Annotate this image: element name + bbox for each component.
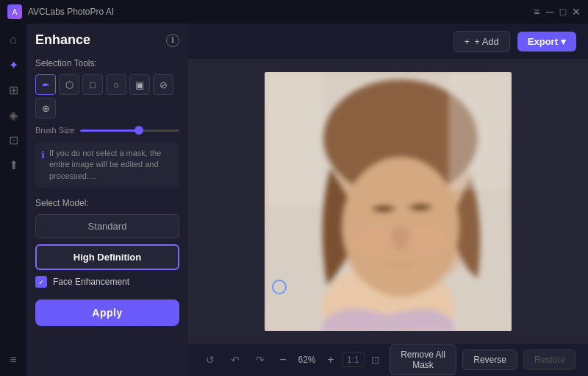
minimize-btn[interactable]: ─ [545,7,554,16]
tool-add[interactable]: ⊕ [35,98,56,118]
reverse-btn[interactable]: Reverse [462,350,517,370]
sidebar-effects-btn[interactable]: ◈ [3,104,24,125]
info-box-icon: ℹ [41,149,45,182]
sidebar-upscale-btn[interactable]: ⬆ [3,155,24,175]
tools-row: ✒ ⬡ □ ○ ▣ ⊘ ⊕ [35,74,179,118]
canvas-area: + + Add Export ▾ [188,24,588,376]
titlebar: A AVCLabs PhotoPro AI ≡ ─ □ ✕ [0,0,588,24]
add-button[interactable]: + + Add [453,31,510,52]
icon-sidebar: ⌂ ✦ ⊞ ◈ ⊡ ⬆ ≡ [0,24,26,376]
titlebar-controls[interactable]: ≡ ─ □ ✕ [532,7,581,16]
redo-btn[interactable]: ↷ [250,350,270,370]
left-panel: Enhance ℹ Selection Tools: ✒ ⬡ □ ○ ▣ ⊘ ⊕… [26,24,188,376]
svg-point-5 [392,227,409,249]
undo2-btn[interactable]: ↶ [225,350,245,370]
tool-pen[interactable]: ✒ [35,74,56,95]
portrait-bg [265,72,512,331]
brush-size-slider[interactable] [80,130,179,132]
svg-point-6 [355,227,392,256]
bottom-left: ↺ ↶ ↷ − 62% + 1:1 ⊡ [200,350,384,370]
tool-rect[interactable]: □ [82,74,103,95]
export-label: Export [528,36,558,47]
tool-circle[interactable]: ○ [106,74,126,95]
preview-image [265,72,512,331]
sidebar-home-btn[interactable]: ⌂ [3,29,24,50]
brush-size-label: Brush Size [35,126,74,135]
fit-btn[interactable]: ⊡ [368,352,384,368]
model-standard-btn[interactable]: Standard [35,214,179,238]
menu-btn[interactable]: ≡ [532,7,541,16]
panel-header: Enhance ℹ [35,32,179,48]
image-viewport[interactable] [188,59,588,344]
info-box: ℹ If you do not select a mask, the entir… [35,142,179,188]
sidebar-enhance-btn[interactable]: ✦ [3,54,24,75]
image-container [265,72,512,331]
remove-mask-btn[interactable]: Remove All Mask [390,344,457,375]
face-enhance-checkbox[interactable] [35,276,47,288]
panel-title: Enhance [35,32,90,48]
main-layout: ⌂ ✦ ⊞ ◈ ⊡ ⬆ ≡ Enhance ℹ Selection Tools:… [0,24,588,376]
zoom-in-btn[interactable]: + [323,352,339,368]
selection-tools-label: Selection Tools: [35,58,179,68]
tool-subtract[interactable]: ⊘ [153,74,173,95]
zoom-out-btn[interactable]: − [275,352,291,368]
svg-point-7 [409,225,446,255]
select-model-label: Select Model: [35,198,179,208]
tool-image[interactable]: ▣ [129,74,150,95]
export-arrow: ▾ [561,36,566,47]
maximize-btn[interactable]: □ [559,7,567,16]
apply-button[interactable]: Apply [35,299,179,326]
titlebar-left: A AVCLabs PhotoPro AI [7,4,114,19]
face-enhance-label: Face Enhancement [53,277,129,287]
zoom-ratio[interactable]: 1:1 [342,352,365,367]
restore-btn[interactable]: Restore [523,350,576,370]
undo-btn[interactable]: ↺ [200,350,220,370]
close-btn[interactable]: ✕ [572,7,581,16]
brush-size-row: Brush Size [35,126,179,135]
svg-rect-9 [448,72,512,190]
face-enhance-row: Face Enhancement [35,276,179,288]
app-title: AVCLabs PhotoPro AI [28,7,114,17]
zoom-controls: − 62% + 1:1 ⊡ [275,352,384,368]
panel-info-icon[interactable]: ℹ [166,34,179,47]
model-hd-btn[interactable]: High Definition [35,244,179,270]
sidebar-retouch-btn[interactable]: ⊞ [3,79,24,100]
header-bar: + + Add Export ▾ [188,24,588,59]
bottom-toolbar: ↺ ↶ ↷ − 62% + 1:1 ⊡ Remove All Mask Reve… [188,344,588,376]
add-icon: + [465,36,470,47]
sidebar-settings-btn[interactable]: ≡ [3,350,24,370]
bottom-right: Remove All Mask Reverse Restore [390,344,576,375]
add-label: + Add [474,36,499,47]
info-box-text: If you do not select a mask, the entire … [49,148,173,182]
zoom-value: 62% [294,355,320,365]
tool-lasso[interactable]: ⬡ [59,74,79,95]
app-logo: A [7,4,22,19]
sidebar-bgremove-btn[interactable]: ⊡ [3,130,24,150]
export-button[interactable]: Export ▾ [517,32,576,52]
svg-rect-8 [265,72,323,205]
